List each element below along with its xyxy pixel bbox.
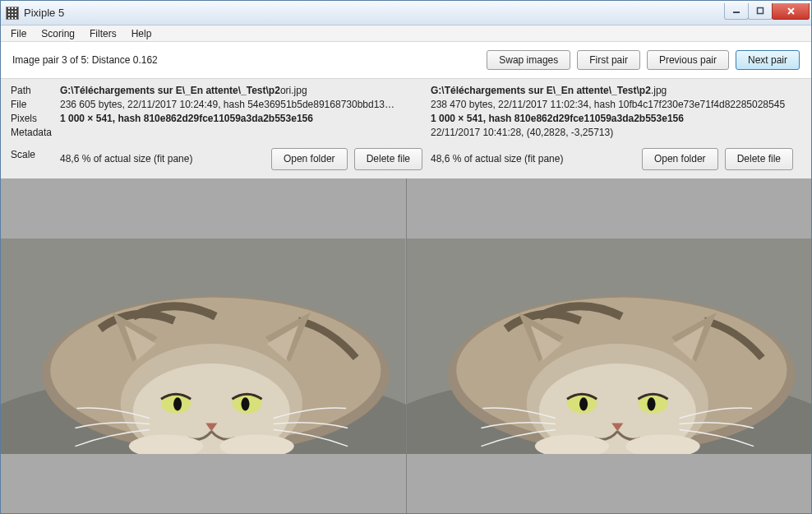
- svg-rect-1: [758, 8, 764, 14]
- right-file: 238 470 bytes, 22/11/2017 11:02:34, hash…: [431, 98, 793, 112]
- right-path-prefix: G:\Téléchargements sur E\_En attente\_Te…: [431, 85, 651, 96]
- minimize-button[interactable]: [724, 3, 749, 20]
- maximize-button[interactable]: [748, 3, 773, 20]
- left-pixels: 1 000 × 541, hash 810e862d29fce11059a3da…: [60, 112, 422, 126]
- info-labels: Path File Pixels Metadata Scale: [11, 84, 60, 170]
- close-button[interactable]: [772, 3, 810, 20]
- right-image-pane[interactable]: [407, 178, 812, 513]
- left-file: 236 605 bytes, 22/11/2017 10:24:49, hash…: [60, 98, 422, 112]
- label-path: Path: [11, 84, 55, 98]
- svg-point-13: [241, 397, 249, 410]
- right-info-column: G:\Téléchargements sur E\_En attente\_Te…: [431, 84, 801, 170]
- right-image: [407, 238, 812, 454]
- left-metadata: [60, 126, 422, 140]
- left-image-pane[interactable]: [1, 178, 407, 513]
- svg-point-25: [647, 397, 655, 410]
- right-delete-file-button[interactable]: Delete file: [725, 148, 793, 170]
- label-metadata: Metadata: [11, 126, 55, 140]
- label-file: File: [11, 98, 55, 112]
- left-path-prefix: G:\Téléchargements sur E\_En attente\_Te…: [60, 85, 280, 96]
- pair-status: Image pair 3 of 5: Distance 0.162: [12, 54, 158, 66]
- menu-file[interactable]: File: [4, 26, 33, 41]
- right-open-folder-button[interactable]: Open folder: [642, 148, 718, 170]
- svg-point-24: [579, 397, 588, 410]
- app-icon: [6, 7, 19, 20]
- left-open-folder-button[interactable]: Open folder: [271, 148, 348, 170]
- swap-images-button[interactable]: Swap images: [487, 50, 570, 70]
- label-scale: Scale: [11, 148, 55, 162]
- left-image: [1, 238, 406, 454]
- next-pair-button[interactable]: Next pair: [736, 50, 800, 70]
- right-path: G:\Téléchargements sur E\_En attente\_Te…: [431, 84, 793, 98]
- menu-scoring[interactable]: Scoring: [35, 26, 81, 41]
- menubar: File Scoring Filters Help: [1, 25, 811, 42]
- right-pixels: 1 000 × 541, hash 810e862d29fce11059a3da…: [431, 112, 793, 126]
- menu-filters[interactable]: Filters: [83, 26, 123, 41]
- window-title: Pixiple 5: [24, 7, 64, 19]
- minimize-icon: [732, 7, 740, 15]
- svg-point-12: [173, 397, 182, 410]
- toolbar: Image pair 3 of 5: Distance 0.162 Swap i…: [1, 42, 811, 78]
- first-pair-button[interactable]: First pair: [577, 50, 640, 70]
- left-scale: 48,6 % of actual size (fit pane): [60, 152, 265, 166]
- info-panel: Path File Pixels Metadata Scale G:\Téléc…: [1, 78, 811, 178]
- left-path: G:\Téléchargements sur E\_En attente\_Te…: [60, 84, 422, 98]
- left-info-column: G:\Téléchargements sur E\_En attente\_Te…: [60, 84, 431, 170]
- titlebar: Pixiple 5: [1, 1, 811, 25]
- right-metadata: 22/11/2017 10:41:28, (40,2828, -3,25713): [431, 126, 793, 140]
- right-scale: 48,6 % of actual size (fit pane): [431, 152, 635, 166]
- close-icon: [787, 7, 796, 16]
- right-path-suffix: .jpg: [651, 85, 667, 96]
- previous-pair-button[interactable]: Previous pair: [647, 50, 729, 70]
- menu-help[interactable]: Help: [125, 26, 159, 41]
- label-pixels: Pixels: [11, 112, 55, 126]
- left-delete-file-button[interactable]: Delete file: [354, 148, 422, 170]
- image-panes: [1, 178, 811, 513]
- maximize-icon: [756, 7, 764, 15]
- window-controls: [725, 3, 810, 20]
- left-path-suffix: ori.jpg: [280, 85, 307, 96]
